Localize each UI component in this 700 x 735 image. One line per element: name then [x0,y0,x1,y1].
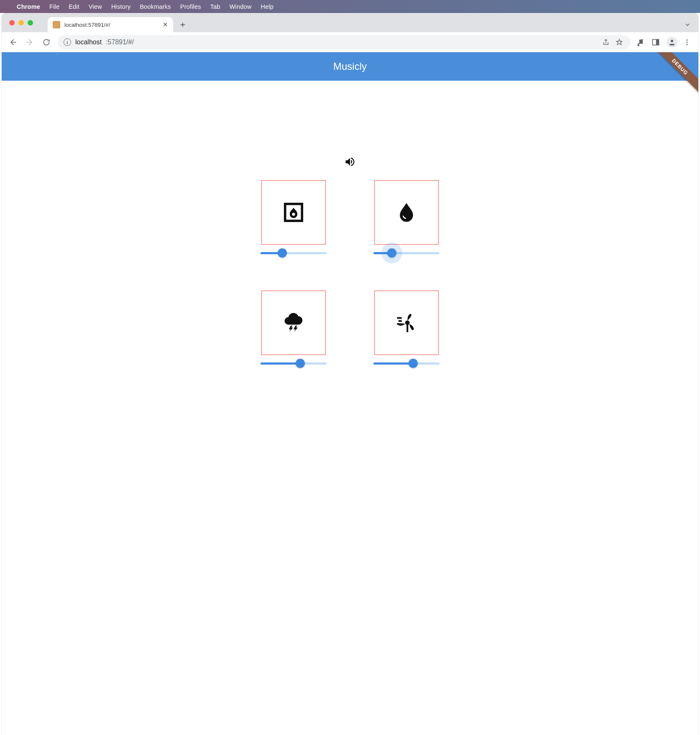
master-volume-button[interactable] [344,156,356,168]
bookmark-icon[interactable] [616,38,625,46]
svg-point-10 [405,321,410,325]
side-panel-icon[interactable] [651,38,661,46]
wind-turbine-icon [395,311,418,334]
sound-card-water[interactable] [374,180,439,245]
share-icon[interactable] [602,38,611,46]
svg-point-0 [638,43,639,45]
menu-view[interactable]: View [89,3,102,10]
sound-cell-fireplace [260,180,327,261]
app-content [2,81,698,372]
app-viewport: Musicly DEBUG [2,52,698,735]
menu-tab[interactable]: Tab [210,3,220,10]
menu-file[interactable]: File [49,3,59,10]
address-bar[interactable]: i localhost:57891/#/ [58,35,631,49]
slider-thumb[interactable] [278,248,287,258]
volume-up-icon [344,156,356,168]
water-drop-icon [395,201,418,224]
svg-rect-12 [397,317,402,319]
svg-point-7 [687,43,688,45]
close-window-button[interactable] [9,20,15,26]
close-tab-button[interactable]: ✕ [163,21,168,28]
forward-button[interactable] [24,37,35,48]
svg-point-1 [641,42,643,44]
browser-tab[interactable]: localhost:57891/#/ ✕ [48,17,173,32]
svg-rect-11 [406,325,408,332]
svg-rect-3 [656,39,659,45]
site-info-icon[interactable]: i [64,38,71,46]
volume-slider-fireplace[interactable] [261,245,327,261]
slider-thumb[interactable] [296,359,305,368]
mac-menubar: Chrome File Edit View History Bookmarks … [0,0,700,13]
svg-rect-13 [399,320,402,322]
menu-app[interactable]: Chrome [17,3,40,10]
volume-slider-water[interactable] [373,245,439,261]
sound-cell-storm [260,291,327,372]
tab-overflow-button[interactable] [684,21,691,28]
app-title: Musicly [333,61,367,72]
menu-window[interactable]: Window [230,3,252,10]
zoom-window-button[interactable] [28,20,33,26]
media-control-icon[interactable] [636,38,646,46]
svg-point-5 [687,39,688,41]
profile-avatar[interactable] [667,37,677,48]
kebab-menu-icon[interactable] [683,38,692,46]
svg-point-6 [687,41,688,43]
menu-history[interactable]: History [111,3,131,10]
url-host: localhost [75,38,102,46]
menu-edit[interactable]: Edit [69,3,79,10]
favicon-icon [53,21,60,28]
volume-slider-storm[interactable] [261,355,327,372]
browser-toolbar: i localhost:57891/#/ [2,32,698,52]
tabstrip: localhost:57891/#/ ✕ ＋ [2,13,698,32]
menu-help[interactable]: Help [261,3,274,10]
app-bar: Musicly [2,52,698,81]
slider-thumb[interactable] [387,248,396,258]
minimize-window-button[interactable] [18,20,24,26]
storm-icon [282,311,305,334]
back-button[interactable] [8,37,18,48]
url-path: :57891/#/ [106,38,134,46]
sound-cell-wind [373,291,440,372]
svg-rect-14 [397,323,399,325]
new-tab-button[interactable]: ＋ [176,18,189,31]
svg-point-9 [292,213,295,216]
menu-profiles[interactable]: Profiles [180,3,201,10]
fireplace-icon [282,201,305,224]
volume-slider-wind[interactable] [373,355,439,372]
svg-point-4 [671,40,673,42]
tab-title: localhost:57891/#/ [64,22,110,28]
menu-bookmarks[interactable]: Bookmarks [140,3,171,10]
slider-thumb[interactable] [409,359,418,368]
window-controls [9,20,33,26]
sound-card-fireplace[interactable] [261,180,326,245]
sound-cell-water [373,180,440,261]
sound-card-storm[interactable] [261,291,326,355]
sound-card-wind[interactable] [374,291,439,355]
reload-button[interactable] [41,37,52,48]
chrome-window: localhost:57891/#/ ✕ ＋ i localhost:57891… [2,13,698,735]
